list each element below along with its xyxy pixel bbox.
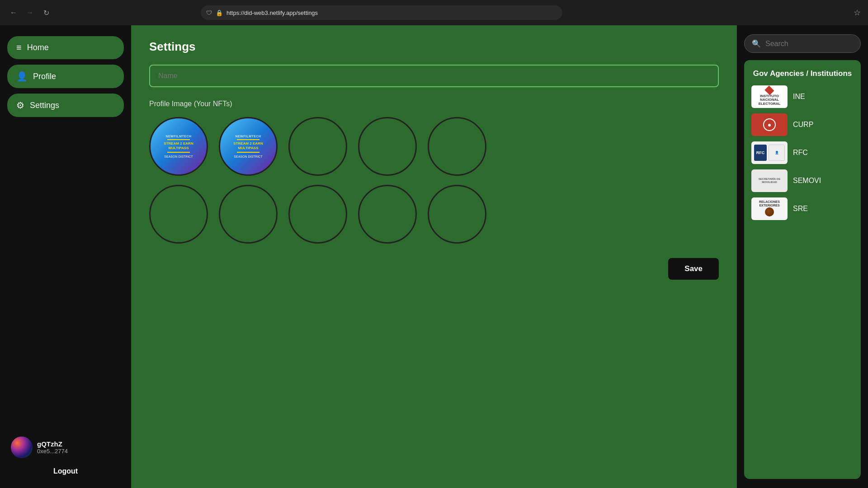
app-container: ≡ Home 👤 Profile ⚙ Settings gQTzhZ 0xe5.… [0,25,868,488]
sidebar-item-home-label: Home [27,43,49,52]
url-display: https://did-web3.netlify.app/settings [226,9,318,16]
browser-chrome: ← → ↻ 🛡 🔒 https://did-web3.netlify.app/s… [0,0,868,25]
nft-row-1: NEWFILMTECH STREAM 2 EARN MULTIPASS SEAS… [149,117,719,176]
gov-section-title: Gov Agencies / Institutions [751,69,854,78]
gov-logo-rfc: RFC 👤 [751,141,788,164]
address-bar[interactable]: 🛡 🔒 https://did-web3.netlify.app/setting… [201,5,562,20]
user-name: gQTzhZ [37,440,68,448]
forward-button[interactable]: → [24,6,36,19]
sidebar-item-home[interactable]: ≡ Home [7,36,124,59]
search-bar[interactable]: 🔍 [744,34,861,53]
section-label: Profile Image (Your NFTs) [149,100,719,108]
name-input[interactable] [149,65,719,87]
security-icon: 🛡 [206,9,212,16]
nft-item-9[interactable] [358,185,417,244]
save-button[interactable]: Save [668,258,719,280]
nft-item-4[interactable] [358,117,417,176]
nav-buttons: ← → ↻ [7,6,52,19]
profile-icon: 👤 [16,71,28,82]
gov-item-ine[interactable]: INSTITUTONACIONALELECTORAL INE [751,85,854,108]
gov-item-curp[interactable]: ● CURP [751,113,854,136]
gov-list: INSTITUTONACIONALELECTORAL INE ● CURP [751,85,854,220]
user-address: 0xe5...2774 [37,448,68,455]
nft-grid: NEWFILMTECH STREAM 2 EARN MULTIPASS SEAS… [149,117,719,244]
nft-item-3[interactable] [288,117,347,176]
settings-icon: ⚙ [16,100,24,111]
nft-item-2[interactable]: NEWFILMTECH STREAM 2 EARN MULTIPASS SEAS… [219,117,278,176]
sidebar-nav: ≡ Home 👤 Profile ⚙ Settings [7,36,124,117]
page-title: Settings [149,40,719,54]
gov-logo-semovi: SECRETARÍA DEMOVILIDAD [751,169,788,192]
search-icon: 🔍 [752,39,761,48]
save-btn-row: Save [149,258,719,280]
gov-name-sre: SRE [793,205,808,213]
sidebar-item-settings[interactable]: ⚙ Settings [7,94,124,117]
user-details: gQTzhZ 0xe5...2774 [37,440,68,455]
gov-name-rfc: RFC [793,149,808,157]
nft-item-5[interactable] [428,117,486,176]
refresh-button[interactable]: ↻ [40,6,52,19]
gov-name-semovi: SEMOVI [793,177,821,185]
nft-item-7[interactable] [219,185,278,244]
gov-item-semovi[interactable]: SECRETARÍA DEMOVILIDAD SEMOVI [751,169,854,192]
nft-row-2 [149,185,719,244]
sidebar-item-settings-label: Settings [30,101,59,110]
logout-button[interactable]: Logout [52,465,80,477]
back-button[interactable]: ← [7,6,20,19]
home-icon: ≡ [16,42,22,53]
gov-item-sre[interactable]: RELACIONESEXTERIORES SRE [751,197,854,220]
lock-icon: 🔒 [216,9,223,16]
gov-logo-sre: RELACIONESEXTERIORES [751,197,788,220]
sidebar-footer: gQTzhZ 0xe5...2774 Logout [7,433,124,477]
bookmark-icon[interactable]: ☆ [854,8,861,18]
nft-item-6[interactable] [149,185,208,244]
sidebar-item-profile[interactable]: 👤 Profile [7,65,124,88]
nft-item-1[interactable]: NEWFILMTECH STREAM 2 EARN MULTIPASS SEAS… [149,117,208,176]
search-input[interactable] [765,40,856,48]
gov-item-rfc[interactable]: RFC 👤 RFC [751,141,854,164]
avatar [11,436,33,458]
nft-item-10[interactable] [428,185,486,244]
nft-item-8[interactable] [288,185,347,244]
sidebar: ≡ Home 👤 Profile ⚙ Settings gQTzhZ 0xe5.… [0,25,131,488]
gov-logo-curp: ● [751,113,788,136]
right-panel: 🔍 Gov Agencies / Institutions INSTITUTON… [737,25,868,488]
gov-name-ine: INE [793,93,805,101]
gov-card: Gov Agencies / Institutions INSTITUTONAC… [744,60,861,479]
user-info: gQTzhZ 0xe5...2774 [7,433,124,462]
gov-logo-ine: INSTITUTONACIONALELECTORAL [751,85,788,108]
main-content: Settings Profile Image (Your NFTs) NEWFI… [131,25,737,488]
sidebar-item-profile-label: Profile [33,72,56,81]
gov-name-curp: CURP [793,121,813,129]
